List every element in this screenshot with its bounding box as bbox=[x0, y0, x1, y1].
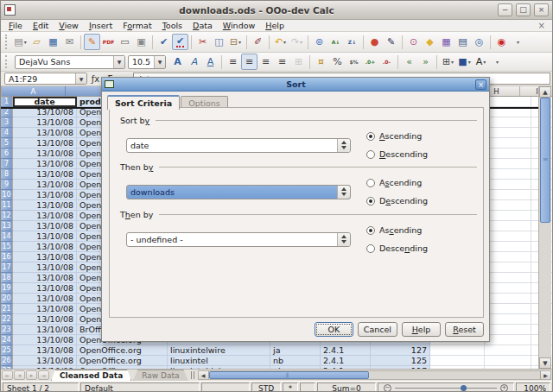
spellcheck-button[interactable]: ✔ bbox=[156, 34, 172, 50]
menu-tools[interactable]: Tools bbox=[158, 21, 187, 30]
cell-H1[interactable] bbox=[485, 97, 531, 107]
row-header-18[interactable]: 18 bbox=[1, 273, 13, 283]
row-header-14[interactable]: 14 bbox=[1, 231, 13, 242]
previous-sheet-button[interactable]: ◂ bbox=[14, 370, 25, 380]
chevron-down-icon[interactable]: ▾ bbox=[451, 59, 454, 65]
cell-F27[interactable]: 117 bbox=[371, 366, 430, 369]
selection-mode[interactable]: STD bbox=[251, 383, 281, 392]
descending-radio-2[interactable]: Descending bbox=[366, 196, 428, 205]
cell-A5[interactable]: 13/10/08 bbox=[13, 138, 77, 149]
row-header-15[interactable]: 15 bbox=[1, 242, 13, 252]
row-header-27[interactable]: 27 bbox=[1, 366, 13, 369]
cell-B27[interactable]: OpenOffice.org bbox=[77, 366, 168, 369]
zoom-in-icon[interactable]: + bbox=[500, 384, 508, 392]
dialog-close-icon[interactable]: × bbox=[475, 79, 486, 90]
draw-functions-button[interactable]: ✎ bbox=[383, 34, 399, 50]
cell-H8[interactable] bbox=[485, 169, 531, 180]
toolbar2-overflow-button[interactable]: ▾ bbox=[489, 54, 505, 70]
cell-A14[interactable]: 13/10/08 bbox=[13, 231, 77, 242]
menu-window[interactable]: Window bbox=[219, 21, 259, 30]
radio-icon[interactable] bbox=[366, 179, 375, 187]
last-sheet-button[interactable]: ⯮ bbox=[38, 370, 49, 380]
cell-H16[interactable] bbox=[485, 252, 531, 262]
name-box[interactable]: A1:F29 ▼ bbox=[4, 73, 87, 85]
cell-A1[interactable]: date bbox=[13, 97, 77, 107]
menu-format[interactable]: Format bbox=[118, 21, 156, 30]
align-justify-button[interactable]: ≡ bbox=[274, 54, 290, 70]
insert-chart-button[interactable]: ● bbox=[366, 34, 383, 50]
cell-H11[interactable] bbox=[485, 200, 531, 211]
cell-E27[interactable]: 2.4.1 bbox=[321, 366, 371, 369]
cell-A26[interactable]: 13/10/08 bbox=[13, 356, 77, 366]
row-header-8[interactable]: 8 bbox=[1, 169, 13, 180]
row-header-24[interactable]: 24 bbox=[1, 335, 13, 345]
cell-H21[interactable] bbox=[485, 304, 531, 314]
help-button[interactable]: Help bbox=[402, 322, 441, 337]
cell-A23[interactable]: 13/10/08 bbox=[13, 325, 77, 335]
ok-button[interactable]: OK bbox=[315, 322, 353, 337]
cell-G27[interactable] bbox=[430, 366, 485, 369]
undo-button[interactable]: ↶▾ bbox=[272, 34, 289, 50]
cell-H5[interactable] bbox=[485, 138, 531, 149]
cell-H23[interactable] bbox=[485, 325, 531, 335]
cell-H27[interactable] bbox=[485, 366, 531, 369]
percent-format-button[interactable]: % bbox=[329, 54, 346, 70]
spinner-icon[interactable] bbox=[337, 186, 350, 199]
cell-A11[interactable]: 13/10/08 bbox=[13, 200, 77, 211]
font-size-combo[interactable]: 10.5 ▼ bbox=[128, 55, 166, 69]
menu-view[interactable]: View bbox=[54, 21, 83, 30]
row-header-9[interactable]: 9 bbox=[1, 180, 13, 190]
cell-H20[interactable] bbox=[485, 294, 531, 304]
cell-A19[interactable]: 13/10/08 bbox=[13, 283, 77, 294]
cell-C27[interactable]: linuxinteldeb bbox=[168, 366, 270, 369]
chevron-down-icon[interactable]: ▾ bbox=[483, 59, 486, 65]
close-document-icon[interactable]: × bbox=[535, 21, 549, 30]
font-color-button[interactable]: A▾ bbox=[473, 54, 489, 70]
spin-down-icon[interactable] bbox=[341, 193, 346, 196]
spinner-icon[interactable] bbox=[337, 233, 350, 246]
cell-H26[interactable] bbox=[485, 356, 531, 366]
cell-D25[interactable]: ja bbox=[270, 345, 321, 356]
sort-field-combo-2[interactable]: downloads bbox=[126, 185, 351, 199]
first-sheet-button[interactable]: ⯬ bbox=[2, 370, 13, 380]
sort-field-combo-3[interactable]: - undefined - bbox=[126, 232, 351, 247]
maximize-button[interactable]: □ bbox=[516, 3, 531, 16]
row-header-3[interactable]: 3 bbox=[1, 117, 13, 128]
font-name-combo[interactable]: DejaVu Sans ▼ bbox=[15, 55, 125, 69]
row-header-19[interactable]: 19 bbox=[1, 283, 13, 294]
cell-C26[interactable]: linuxintel bbox=[168, 356, 270, 366]
scroll-down-icon[interactable]: ▼ bbox=[539, 357, 551, 369]
sort-dialog-title-bar[interactable]: Sort × bbox=[102, 78, 489, 92]
align-center-button[interactable]: ≡ bbox=[241, 54, 257, 70]
toolbar-overflow-button[interactable]: ▾ bbox=[510, 34, 526, 50]
cell-A4[interactable]: 13/10/08 bbox=[13, 128, 77, 138]
cell-A13[interactable]: 13/10/08 bbox=[13, 221, 77, 231]
cell-H25[interactable] bbox=[485, 345, 531, 356]
cell-F25[interactable]: 127 bbox=[371, 345, 430, 356]
spin-up-icon[interactable] bbox=[341, 235, 346, 238]
cell-D26[interactable]: nb bbox=[270, 356, 321, 366]
sheet-tab-raw-data[interactable]: Raw Data bbox=[133, 370, 188, 381]
radio-icon[interactable] bbox=[366, 132, 375, 141]
spin-up-icon[interactable] bbox=[341, 141, 346, 144]
next-sheet-button[interactable]: ▸ bbox=[26, 370, 37, 380]
find-replace-button[interactable]: ⊙ bbox=[405, 34, 422, 50]
toolbar-handle[interactable] bbox=[5, 35, 10, 48]
row-header-16[interactable]: 16 bbox=[1, 252, 13, 262]
bold-button[interactable]: A bbox=[169, 54, 186, 70]
cell-H9[interactable] bbox=[485, 180, 531, 190]
cell-H18[interactable] bbox=[485, 273, 531, 283]
background-color-button[interactable]: ■▾ bbox=[456, 54, 473, 70]
cell-H19[interactable] bbox=[485, 283, 531, 294]
copy-button[interactable]: ◫ bbox=[211, 34, 227, 50]
hyperlink-button[interactable]: ⊚ bbox=[311, 34, 327, 50]
cell-C25[interactable]: linuxintelwire bbox=[168, 345, 270, 356]
cell-A22[interactable]: 13/10/08 bbox=[13, 314, 77, 325]
horizontal-scrollbar-thumb[interactable] bbox=[209, 371, 369, 379]
toolbar-handle[interactable] bbox=[5, 55, 10, 68]
save-button[interactable]: ▦ bbox=[45, 34, 61, 50]
cell-A21[interactable]: 13/10/08 bbox=[13, 304, 77, 314]
column-header-A[interactable]: A bbox=[2, 86, 66, 97]
cell-A24[interactable]: 13/10/08 bbox=[13, 335, 77, 345]
increase-indent-button[interactable]: » bbox=[417, 54, 434, 70]
